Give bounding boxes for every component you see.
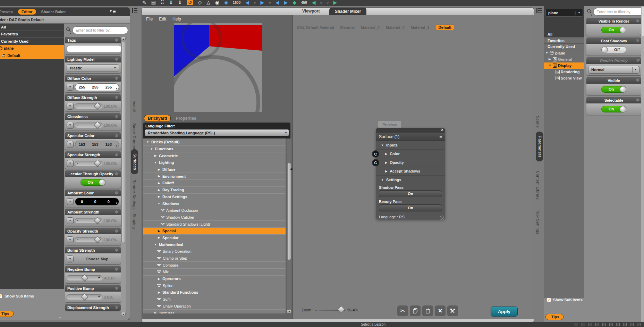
fold-arrow-icon[interactable]: ▶ <box>157 175 161 178</box>
slider-handle[interactable] <box>94 217 101 224</box>
lesson-nav-button[interactable] <box>602 323 606 326</box>
lesson-nav-button[interactable] <box>637 323 641 326</box>
tools-button[interactable] <box>447 305 458 316</box>
value-menu-button[interactable]: ▼ <box>67 255 74 262</box>
splitter-collapse-arrow-icon[interactable]: ◀ <box>290 167 293 171</box>
value-menu-button[interactable]: ▼ <box>67 217 74 224</box>
tree-row[interactable]: ▼Bricks (Default) <box>143 139 286 145</box>
slider-minus[interactable]: - <box>77 161 78 165</box>
list-item-currently-used[interactable]: Currently Used <box>0 38 64 45</box>
ambient-strength-slider[interactable]: - <box>75 218 102 223</box>
gear-icon[interactable]: ✱ <box>115 229 118 233</box>
tree-row[interactable]: ▶Operators <box>143 275 286 282</box>
paste-button[interactable] <box>422 305 433 316</box>
search-icon[interactable]: ▼ <box>586 9 592 15</box>
white-diamond-icon[interactable]: ◇ <box>198 0 202 5</box>
slider-minus[interactable]: - <box>77 123 78 127</box>
shadow-pass-button[interactable]: On <box>379 190 442 197</box>
gear-icon[interactable]: ✱ <box>636 98 639 102</box>
glossiness-slider[interactable]: - <box>75 123 102 128</box>
gear-icon[interactable]: ✱ <box>115 248 118 252</box>
toggle-knob[interactable] <box>99 179 105 186</box>
edit-scene-icon[interactable]: ✎ <box>142 0 146 5</box>
pane-list-icon[interactable] <box>132 8 138 13</box>
toggle-knob[interactable] <box>620 106 626 112</box>
fold-arrow-icon[interactable]: ▼ <box>146 141 150 144</box>
surface-node[interactable]: × Surface (1) ≡ ▼ Inputs C ▶ Color C ▶ <box>376 128 445 219</box>
tree-row-brick[interactable]: Sum <box>143 296 286 303</box>
fold-arrow-icon[interactable]: ▶ <box>157 291 161 294</box>
fold-arrow-icon[interactable]: ▶ <box>157 188 161 192</box>
list-item-all[interactable]: All <box>0 24 64 31</box>
fold-arrow-icon[interactable]: ▶ <box>157 168 161 171</box>
fold-arrow-icon[interactable]: ▶ <box>157 236 161 239</box>
scene-node-plane[interactable]: ▼ plane <box>544 50 584 56</box>
copy-button[interactable] <box>410 305 421 316</box>
list-item-favorites[interactable]: Favorites <box>0 31 64 38</box>
zoom-minus[interactable]: - <box>315 308 317 312</box>
value-menu-button[interactable]: ▼ <box>67 236 74 243</box>
dock-tab-tool-settings[interactable]: Tool Settings <box>536 210 540 234</box>
fold-arrow-icon[interactable]: ▼ <box>157 202 161 205</box>
fold-arrow-icon[interactable]: ▶ <box>385 161 387 164</box>
lesson-nav-button[interactable] <box>575 323 578 326</box>
gear-icon[interactable]: ✱ <box>115 57 118 61</box>
dock-tab-install[interactable]: Install <box>132 101 136 112</box>
tree-row[interactable]: ▼Functions <box>143 145 286 152</box>
tab-shader-mixer[interactable]: Shader Mixer <box>329 8 366 15</box>
ambient-color-swatch[interactable]: 0 0 0 ▼ <box>75 198 119 206</box>
visible-toggle[interactable]: On <box>601 86 626 93</box>
lesson-nav-button[interactable] <box>582 323 585 326</box>
tree-row[interactable]: ▶Root Settings <box>143 193 286 200</box>
step-right-icon[interactable]: ▶ <box>284 0 288 5</box>
scene-item-favorites[interactable]: Favorites <box>544 38 584 44</box>
fold-arrow-icon[interactable]: ▶ <box>157 229 161 233</box>
tree-row-brick[interactable]: Unary Operation <box>143 303 286 310</box>
toggle-knob[interactable] <box>620 27 626 33</box>
node-settings-group[interactable]: ▼ Settings <box>376 176 445 184</box>
render-priority-dropdown[interactable]: Normal ▼ <box>588 66 639 74</box>
apply-button[interactable]: Apply <box>491 307 518 317</box>
tree-row[interactable]: ▶Textures <box>143 309 286 313</box>
dock-tab-content-library[interactable]: Content Library <box>536 171 540 200</box>
gear-icon[interactable]: ✱ <box>115 267 118 271</box>
dock-tab-parameters[interactable]: Parameters <box>536 132 543 161</box>
slider-minus[interactable]: - <box>77 103 78 108</box>
tips-button[interactable]: Tips <box>545 314 564 320</box>
tree-row-brick[interactable]: Spline <box>143 282 286 289</box>
dock-tab-render-settings[interactable]: Render Settings <box>132 179 136 210</box>
material-tab[interactable]: DAZ Default Material <box>297 25 334 30</box>
gear-icon[interactable]: ✱ <box>636 78 639 82</box>
gear-icon[interactable]: ✱ <box>636 39 639 43</box>
tree-row-selected[interactable]: ▶Special <box>143 227 286 234</box>
refresh-icon[interactable]: ↺ <box>187 0 193 5</box>
green-left-icon[interactable]: ◀ <box>312 0 316 5</box>
slider-plus[interactable]: + <box>98 294 100 299</box>
slider-handle[interactable] <box>94 121 101 128</box>
toggle-knob[interactable] <box>601 47 608 53</box>
tree-row[interactable]: ▶Environment <box>143 173 286 179</box>
sphere-icon[interactable]: ◉ <box>215 0 219 5</box>
grid-icon[interactable]: ⠿ <box>161 0 164 5</box>
value-menu-button[interactable]: ▼ <box>67 122 74 129</box>
tree-row-brick[interactable]: Standard Shadows [Light] <box>143 220 286 227</box>
close-icon[interactable]: × <box>441 127 443 132</box>
tab-presets[interactable]: Presets <box>0 10 13 14</box>
tree-row-brick[interactable]: Clamp or Step <box>143 255 286 262</box>
fold-arrow-icon[interactable]: ▶ <box>157 182 161 185</box>
tips-button[interactable]: Tips <box>0 311 14 317</box>
fold-arrow-icon[interactable]: ▶ <box>157 277 161 280</box>
fold-arrow-icon[interactable]: ▼ <box>549 64 552 67</box>
material-tab-default-active[interactable]: Default <box>436 25 454 30</box>
slider-handle[interactable] <box>94 236 101 243</box>
zoom-slider-handle[interactable] <box>338 305 345 313</box>
beauty-pass-button[interactable]: On <box>379 204 442 211</box>
fold-arrow-icon[interactable]: ▼ <box>154 161 157 164</box>
gear-icon[interactable]: ✱ <box>115 95 118 100</box>
tree-row[interactable]: ▼Lighting <box>143 159 286 166</box>
slider-handle[interactable] <box>81 293 88 300</box>
lesson-nav-button[interactable] <box>616 323 620 326</box>
fold-arrow-icon[interactable]: ▶ <box>154 154 157 157</box>
language-filter-dropdown[interactable]: RenderMan Shading Language (RSL) ▼ <box>145 129 289 136</box>
tree-row[interactable]: ▶Specular <box>143 234 286 241</box>
